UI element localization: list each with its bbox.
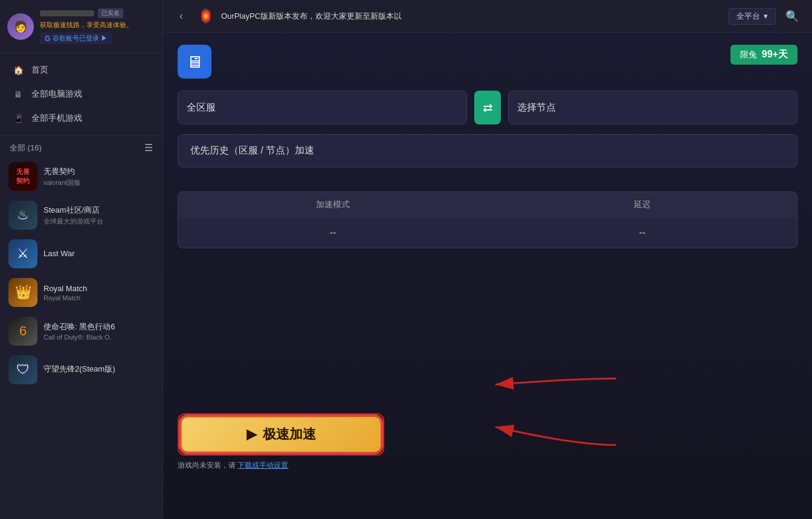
- nav-mobile-label: 全部手机游戏: [31, 113, 82, 124]
- sidebar: 🧑 已实名 获取极速线路，享受高速体验。 G 谷歌账号已登录 ▶ 🏠 首页 🖥 …: [0, 0, 163, 519]
- list-item[interactable]: ♨ Steam社区/商店 全球最大的游戏平台: [0, 196, 163, 234]
- game-name: 守望先锋2(Steam版): [44, 364, 154, 375]
- topbar: ‹ 🏮 OurPlayPC版新版本发布，欢迎大家更新至新版本以 全平台 ▾ 🔍: [163, 0, 812, 33]
- accelerate-icon: ▶: [246, 427, 257, 442]
- stats-cell-mode: --: [178, 227, 488, 238]
- game-info: 使命召唤: 黑色行动6 Call of Duty®: Black O.: [44, 321, 154, 341]
- game-info: Royal Match Royal Match: [44, 284, 154, 301]
- game-subtitle: Call of Duty®: Black O.: [44, 334, 154, 341]
- game-info: 无畏契约 valorant国服: [44, 166, 154, 187]
- avatar: 🧑: [7, 13, 34, 40]
- install-link[interactable]: 下载或手动设置: [237, 461, 288, 469]
- stats-col-mode: 加速模式: [178, 199, 488, 210]
- node-label: 选择节点: [517, 102, 556, 114]
- content-top-row: 🖥 限兔 99+天: [178, 45, 798, 79]
- game-thumbnail: 👑: [8, 278, 37, 307]
- announcement-text: OurPlayPC版新版本发布，欢迎大家更新至新版本以: [221, 11, 723, 22]
- stats-table: 加速模式 延迟 -- --: [178, 192, 798, 248]
- swap-button[interactable]: ⇄: [474, 91, 501, 124]
- game-info: Last War: [44, 249, 154, 259]
- google-login-text: 谷歌账号已登录 ▶: [53, 34, 108, 43]
- list-view-icon[interactable]: ☰: [144, 142, 153, 153]
- button-highlight-box: ▶ 极速加速: [178, 413, 384, 456]
- game-count-label: 全部 (16): [10, 143, 42, 153]
- game-thumbnail: 无畏契约: [8, 162, 37, 191]
- back-icon: ‹: [179, 10, 183, 22]
- game-thumbnail: ⚔: [8, 239, 37, 268]
- install-hint-pre: 游戏尚未安装，请: [178, 461, 236, 469]
- stats-header: 加速模式 延迟: [178, 192, 797, 218]
- list-item[interactable]: 👑 Royal Match Royal Match: [0, 273, 163, 312]
- vip-days: 99+天: [762, 48, 788, 61]
- accelerate-section: ▶ 极速加速 游戏尚未安装，请 下载或手动设置: [178, 413, 384, 471]
- stats-row: -- --: [178, 218, 797, 248]
- user-info: 已实名 获取极速线路，享受高速体验。 G 谷歌账号已登录 ▶: [40, 8, 155, 44]
- chevron-down-icon: ▾: [764, 11, 768, 21]
- nav-pc-label: 全部电脑游戏: [31, 89, 82, 100]
- list-item[interactable]: 🛡 守望先锋2(Steam版): [0, 350, 163, 389]
- game-list: 无畏契约 无畏契约 valorant国服 ♨ Steam社区/商店 全球最大的游…: [0, 157, 163, 519]
- priority-title: 优先历史（区服 / 节点）加速: [190, 145, 314, 155]
- list-placeholder: [0, 389, 163, 425]
- game-subtitle: valorant国服: [44, 178, 154, 187]
- game-info: Steam社区/商店 全球最大的游戏平台: [44, 205, 154, 226]
- region-row: 全区服 ⇄ 选择节点: [178, 91, 798, 124]
- search-icon: 🔍: [785, 10, 799, 23]
- game-thumbnail: 6: [8, 317, 37, 346]
- swap-icon: ⇄: [483, 100, 493, 115]
- search-button[interactable]: 🔍: [782, 6, 802, 27]
- mobile-icon: 📱: [12, 112, 24, 124]
- username-bar: [40, 10, 94, 16]
- verified-badge: 已实名: [98, 8, 123, 18]
- vip-label: 限兔: [740, 50, 757, 60]
- google-login-btn[interactable]: G 谷歌账号已登录 ▶: [40, 33, 112, 44]
- game-list-header: 全部 (16) ☰: [0, 136, 163, 157]
- game-name: Last War: [44, 249, 154, 258]
- priority-history-box[interactable]: 优先历史（区服 / 节点）加速: [178, 134, 798, 167]
- promo-text: 获取极速线路，享受高速体验。: [40, 21, 155, 30]
- sidebar-item-home[interactable]: 🏠 首页: [0, 58, 163, 82]
- list-item[interactable]: 无畏契约 无畏契约 valorant国服: [0, 157, 163, 196]
- game-subtitle: Royal Match: [44, 294, 154, 301]
- game-name: 使命召唤: 黑色行动6: [44, 321, 154, 332]
- install-hint: 游戏尚未安装，请 下载或手动设置: [178, 460, 377, 471]
- game-name: Royal Match: [44, 284, 154, 293]
- list-item[interactable]: 6 使命召唤: 黑色行动6 Call of Duty®: Black O.: [0, 312, 163, 350]
- node-selector[interactable]: 选择节点: [508, 91, 798, 124]
- vip-badge: 限兔 99+天: [730, 45, 798, 65]
- platform-label: 全平台: [736, 11, 760, 22]
- monitor-icon: 🖥: [186, 52, 203, 72]
- accelerate-button[interactable]: ▶ 极速加速: [181, 417, 381, 452]
- main-content: ‹ 🏮 OurPlayPC版新版本发布，欢迎大家更新至新版本以 全平台 ▾ 🔍 …: [163, 0, 812, 519]
- stats-col-latency: 延迟: [488, 199, 797, 210]
- content-area: 🖥 限兔 99+天 全区服 ⇄ 选择节点 优先历史（区服 / 节点）加速: [163, 33, 812, 519]
- sidebar-item-pc-games[interactable]: 🖥 全部电脑游戏: [0, 82, 163, 106]
- sidebar-item-mobile-games[interactable]: 📱 全部手机游戏: [0, 106, 163, 131]
- google-icon: G: [45, 34, 50, 43]
- pc-icon: 🖥: [12, 88, 24, 100]
- sidebar-header: 🧑 已实名 获取极速线路，享受高速体验。 G 谷歌账号已登录 ▶: [0, 0, 163, 53]
- region-selector[interactable]: 全区服: [178, 91, 467, 124]
- list-item[interactable]: ⚔ Last War: [0, 234, 163, 273]
- game-name: 无畏契约: [44, 166, 154, 177]
- home-icon: 🏠: [12, 64, 24, 76]
- monitor-icon-box: 🖥: [178, 45, 211, 79]
- back-button[interactable]: ‹: [173, 8, 190, 25]
- game-subtitle: 全球最大的游戏平台: [44, 217, 154, 226]
- lantern-icon: 🏮: [196, 7, 215, 26]
- stats-cell-latency: --: [488, 227, 797, 238]
- game-thumbnail: 🛡: [8, 355, 37, 384]
- region-label: 全区服: [187, 102, 216, 114]
- accelerate-label: 极速加速: [263, 425, 316, 443]
- nav-home-label: 首页: [31, 65, 48, 76]
- platform-selector[interactable]: 全平台 ▾: [729, 8, 776, 25]
- game-info: 守望先锋2(Steam版): [44, 364, 154, 376]
- game-thumbnail: ♨: [8, 201, 37, 230]
- game-name: Steam社区/商店: [44, 205, 154, 216]
- nav-section: 🏠 首页 🖥 全部电脑游戏 📱 全部手机游戏: [0, 53, 163, 136]
